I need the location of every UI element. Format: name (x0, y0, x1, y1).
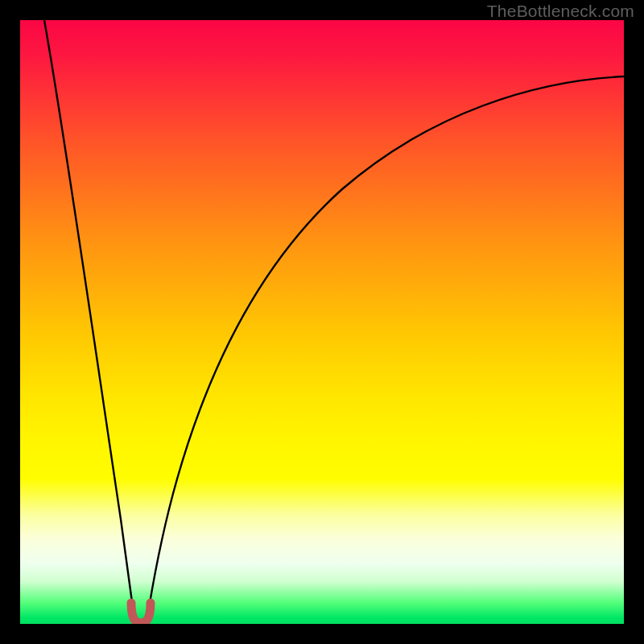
watermark-text: TheBottleneck.com (487, 2, 634, 21)
chart-frame: TheBottleneck.com (0, 0, 644, 644)
curve-left-branch (44, 20, 133, 608)
valley-knot-icon (131, 603, 151, 623)
curve-right-branch (149, 76, 624, 608)
bottleneck-curve (20, 20, 624, 624)
plot-area (20, 20, 624, 624)
